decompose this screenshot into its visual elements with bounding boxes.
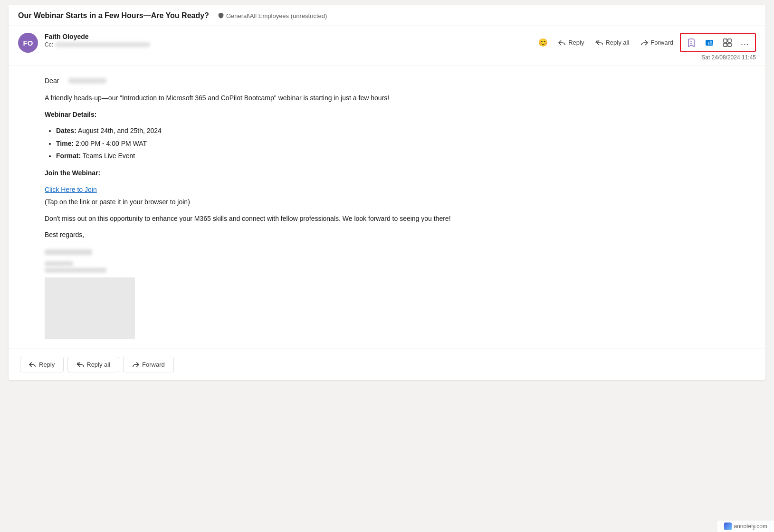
cc-label: Cc: bbox=[45, 41, 53, 48]
time-value: 2:00 PM - 4:00 PM WAT bbox=[74, 140, 147, 147]
dates-value: August 24th, and 25th, 2024 bbox=[76, 127, 162, 134]
recipient-name-blurred bbox=[68, 78, 106, 84]
sig-name-blurred bbox=[45, 249, 92, 255]
bullet-dates: Dates: August 24th, and 25th, 2024 bbox=[56, 125, 754, 136]
bullet-format: Format: Teams Live Event bbox=[56, 151, 754, 161]
sig-image-placeholder bbox=[45, 277, 135, 339]
email-subject: Our Webinar Starts in a Few Hours—Are Yo… bbox=[18, 11, 209, 20]
footer-forward-button[interactable]: Forward bbox=[123, 357, 174, 372]
annotate-button[interactable] bbox=[683, 35, 700, 50]
cc-line: Cc: bbox=[45, 41, 528, 48]
time-label: Time: bbox=[56, 140, 74, 147]
footer-reply-button[interactable]: Reply bbox=[20, 357, 64, 372]
email-group-tag: General\All Employees (unrestricted) bbox=[218, 12, 327, 19]
format-value: Teams Live Event bbox=[81, 152, 135, 160]
reply-all-button[interactable]: Reply all bbox=[591, 36, 634, 49]
dates-label: Dates: bbox=[56, 127, 76, 134]
forward-label: Forward bbox=[650, 39, 673, 46]
email-body: Dear A friendly heads-up—our "Introducti… bbox=[9, 66, 765, 349]
bullet-list: Dates: August 24th, and 25th, 2024 Time:… bbox=[56, 125, 754, 161]
highlighted-action-group: T bbox=[680, 33, 756, 52]
reply-all-label: Reply all bbox=[605, 39, 629, 46]
greeting-line: Dear bbox=[45, 76, 754, 86]
email-header-bar: Our Webinar Starts in a Few Hours—Are Yo… bbox=[9, 5, 765, 26]
footer-reply-all-button[interactable]: Reply all bbox=[67, 357, 119, 372]
action-bar: 😊 Reply bbox=[535, 33, 756, 52]
join-link[interactable]: Click Here to Join bbox=[45, 184, 754, 195]
forward-button[interactable]: Forward bbox=[636, 36, 678, 49]
greeting-text: Dear bbox=[45, 76, 59, 86]
more-options-button[interactable]: ... bbox=[737, 35, 753, 50]
webinar-details-heading: Webinar Details: bbox=[45, 109, 754, 120]
sender-info: Faith Oloyede Cc: bbox=[45, 33, 528, 48]
svg-text:T: T bbox=[707, 41, 710, 46]
reply-label: Reply bbox=[568, 39, 584, 46]
footer-reply-all-label: Reply all bbox=[86, 361, 110, 368]
teams-button[interactable]: T bbox=[701, 35, 718, 50]
sender-name: Faith Oloyede bbox=[45, 33, 528, 40]
footer-actions: Reply Reply all Forward bbox=[9, 349, 765, 380]
footer-reply-icon bbox=[29, 361, 36, 368]
footer-reply-label: Reply bbox=[39, 361, 55, 368]
teams-icon: T bbox=[705, 38, 714, 48]
avatar: FO bbox=[18, 33, 38, 53]
shield-icon bbox=[218, 12, 224, 19]
cc-recipients-blurred bbox=[55, 42, 150, 47]
bullet-time: Time: 2:00 PM - 4:00 PM WAT bbox=[56, 138, 754, 149]
meta-right: 😊 Reply bbox=[535, 33, 756, 62]
svg-rect-6 bbox=[728, 39, 731, 42]
svg-point-4 bbox=[709, 40, 712, 43]
sig-title-blurred bbox=[45, 261, 73, 266]
closing-text: Don't miss out on this opportunity to en… bbox=[45, 213, 754, 224]
message-timestamp: Sat 24/08/2024 11:45 bbox=[701, 54, 756, 61]
format-label: Format: bbox=[56, 152, 81, 160]
sig-company-blurred bbox=[45, 268, 106, 273]
emoji-react-button[interactable]: 😊 bbox=[535, 35, 552, 50]
svg-rect-7 bbox=[724, 43, 727, 47]
footer-forward-icon bbox=[132, 361, 139, 368]
reply-icon bbox=[558, 39, 566, 47]
signature-area bbox=[45, 249, 754, 339]
group-label: General\All Employees (unrestricted) bbox=[226, 12, 327, 19]
reply-button[interactable]: Reply bbox=[554, 36, 589, 49]
more-dots: ... bbox=[741, 38, 749, 48]
forward-icon bbox=[640, 39, 648, 47]
annotate-icon bbox=[687, 38, 696, 48]
join-note: (Tap on the link or paste it in your bro… bbox=[45, 197, 754, 207]
apps-grid-button[interactable] bbox=[719, 35, 736, 50]
svg-rect-8 bbox=[728, 43, 731, 47]
reply-all-icon bbox=[595, 39, 603, 47]
join-heading: Join the Webinar: bbox=[45, 168, 754, 178]
apps-grid-icon bbox=[723, 38, 732, 48]
footer-reply-all-icon bbox=[76, 361, 84, 368]
footer-forward-label: Forward bbox=[142, 361, 165, 368]
sign-off: Best regards, bbox=[45, 229, 754, 240]
body-intro: A friendly heads-up—our "Introduction to… bbox=[45, 93, 754, 103]
svg-rect-5 bbox=[724, 39, 727, 42]
message-meta: FO Faith Oloyede Cc: 😊 bbox=[9, 26, 765, 66]
